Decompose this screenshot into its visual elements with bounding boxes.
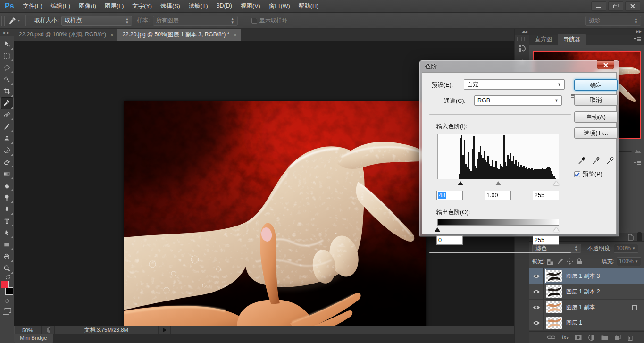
layer-visibility-toggle[interactable] xyxy=(529,284,544,299)
menu-item[interactable]: 文件(F) xyxy=(19,0,47,13)
new-group-icon[interactable] xyxy=(601,335,608,340)
history-panel-icon[interactable] xyxy=(517,42,528,54)
workspace-dropdown[interactable]: 摄影 ▲▼ xyxy=(585,16,641,26)
lasso-tool[interactable] xyxy=(1,62,13,74)
path-select-tool[interactable] xyxy=(1,227,13,239)
hand-tool[interactable] xyxy=(1,251,13,262)
cancel-button[interactable]: 取消 xyxy=(574,94,618,106)
canvas-image[interactable] xyxy=(124,101,426,343)
history-brush-tool[interactable] xyxy=(1,144,13,156)
panel-menu-icon[interactable] xyxy=(634,37,641,42)
layer-thumbnail[interactable] xyxy=(546,285,562,298)
layer-thumbnail[interactable] xyxy=(546,301,562,313)
lock-position-icon[interactable] xyxy=(567,258,573,265)
expand-panels-button[interactable]: ◀◀ xyxy=(515,29,529,35)
black-point-slider[interactable] xyxy=(458,181,463,185)
lock-all-icon[interactable] xyxy=(577,258,582,265)
show-sampling-ring-checkbox[interactable] xyxy=(251,18,257,24)
options-button[interactable]: 选项(T)... xyxy=(574,127,618,139)
link-layers-icon[interactable] xyxy=(547,335,555,340)
output-black-slider[interactable] xyxy=(435,227,440,232)
strip-grip[interactable] xyxy=(517,37,527,41)
input-gamma-field[interactable]: 1.00 xyxy=(485,191,511,200)
type-tool[interactable] xyxy=(1,215,13,227)
pen-tool[interactable] xyxy=(1,203,13,215)
rectangle-tool[interactable] xyxy=(1,239,13,251)
output-white-field[interactable]: 255 xyxy=(533,235,559,245)
menu-item[interactable]: 帮助(H) xyxy=(294,0,323,13)
output-black-field[interactable]: 0 xyxy=(436,235,463,245)
input-black-field[interactable]: 48 xyxy=(436,191,463,200)
minimize-button[interactable] xyxy=(591,1,606,11)
move-tool[interactable] xyxy=(1,38,13,50)
new-layer-icon[interactable] xyxy=(615,335,621,341)
white-point-slider[interactable] xyxy=(553,181,559,185)
layer-visibility-toggle[interactable] xyxy=(529,300,544,315)
mini-bridge-tab[interactable]: Mini Bridge xyxy=(14,334,53,343)
document-tab[interactable]: 22.20.jpg @ 50%(图层 1 副本 3, RGB/8*) *× xyxy=(117,29,241,41)
foreground-color-swatch[interactable] xyxy=(1,281,9,288)
adjustment-layer-icon[interactable] xyxy=(588,335,594,341)
menu-item[interactable]: 编辑(E) xyxy=(47,0,75,13)
dodge-tool[interactable] xyxy=(1,192,13,203)
menu-item[interactable]: 窗口(W) xyxy=(265,0,294,13)
preview-checkbox[interactable] xyxy=(574,171,580,177)
menu-item[interactable]: 文字(Y) xyxy=(128,0,156,13)
magic-wand-tool[interactable] xyxy=(1,74,13,85)
status-icon-button[interactable] xyxy=(42,326,55,334)
layer-thumbnail[interactable] xyxy=(546,317,562,329)
gray-point-eyedropper-icon[interactable] xyxy=(592,156,601,164)
clone-stamp-tool[interactable] xyxy=(1,133,13,144)
tab-close-button[interactable]: × xyxy=(110,32,113,38)
zoom-in-mountains-icon[interactable] xyxy=(635,149,641,153)
lock-transparency-icon[interactable] xyxy=(547,259,553,265)
sample-dropdown[interactable]: 所有图层 ▲▼ xyxy=(153,16,238,26)
eyedropper-tool[interactable] xyxy=(1,97,13,109)
marquee-tool[interactable] xyxy=(1,50,13,62)
healing-brush-tool[interactable] xyxy=(1,109,13,121)
black-point-eyedropper-icon[interactable] xyxy=(578,156,586,164)
gradient-tool[interactable] xyxy=(1,168,13,180)
menu-item[interactable]: 选择(S) xyxy=(156,0,184,13)
restore-button[interactable] xyxy=(608,1,623,11)
zoom-level-field[interactable]: 50% xyxy=(14,326,42,334)
close-button[interactable] xyxy=(625,1,640,11)
brush-tool[interactable] xyxy=(1,121,13,133)
document-info-field[interactable]: 文档:3.75M/23.8M xyxy=(55,326,159,334)
delete-layer-icon[interactable] xyxy=(627,335,633,341)
lock-pixels-icon[interactable] xyxy=(557,258,563,265)
channel-dropdown[interactable]: RGB▼ xyxy=(474,95,562,106)
layer-row[interactable]: 图层 1 副本 2 xyxy=(529,284,644,300)
auto-button[interactable]: 自动(A) xyxy=(574,111,618,123)
tab-histogram[interactable]: 直方图 xyxy=(529,34,558,45)
layer-style-fx-icon[interactable]: fx▾ xyxy=(562,334,568,341)
menu-item[interactable]: 图像(I) xyxy=(75,0,100,13)
crop-tool[interactable] xyxy=(1,85,13,97)
ok-button[interactable]: 确定 xyxy=(574,79,618,91)
layer-row[interactable]: 图层 1 副本 3 xyxy=(529,268,644,284)
layer-visibility-toggle[interactable] xyxy=(529,268,544,284)
options-grip[interactable] xyxy=(1,16,5,26)
menu-item[interactable]: 滤镜(T) xyxy=(184,0,212,13)
background-color-swatch[interactable] xyxy=(5,287,13,295)
eraser-tool[interactable] xyxy=(1,156,13,168)
add-mask-icon[interactable] xyxy=(575,335,582,340)
layer-thumbnail[interactable] xyxy=(546,270,562,282)
tools-panel-collapse[interactable]: ▶▶ xyxy=(0,29,14,36)
layer-visibility-toggle[interactable] xyxy=(529,315,544,330)
tab-close-button[interactable]: × xyxy=(234,32,236,38)
status-menu-button[interactable] xyxy=(159,326,171,334)
new-page-icon[interactable] xyxy=(628,234,634,241)
input-white-field[interactable]: 255 xyxy=(533,191,559,200)
menu-item[interactable]: 3D(D) xyxy=(212,0,236,13)
layer-row[interactable]: 图层 1 xyxy=(529,315,644,331)
document-tab[interactable]: 22.20.psd @ 100% (水滴, RGB/8*)× xyxy=(14,29,117,41)
fill-field[interactable]: 100% ▼ xyxy=(617,257,641,266)
panel-menu-icon[interactable] xyxy=(634,161,641,165)
tab-navigator[interactable]: 导航器 xyxy=(558,34,586,45)
dialog-close-button[interactable] xyxy=(597,60,614,69)
preset-dropdown[interactable]: 自定▼ xyxy=(464,79,565,90)
opacity-field[interactable]: 100% ▼ xyxy=(614,244,638,253)
smudge-tool[interactable] xyxy=(1,180,13,192)
zoom-tool[interactable] xyxy=(1,262,13,274)
